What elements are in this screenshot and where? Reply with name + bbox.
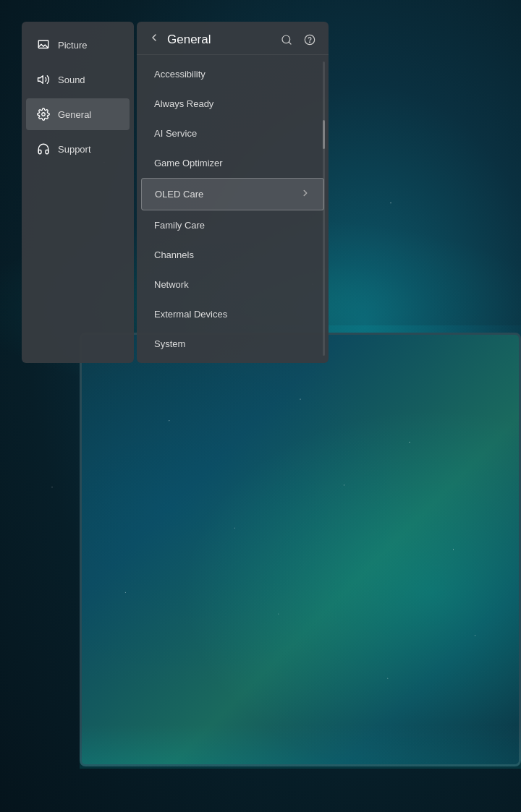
screen-stars: [82, 335, 519, 764]
menu-item-network[interactable]: Network: [141, 270, 324, 299]
sidebar-label-sound: Sound: [58, 74, 85, 85]
svg-marker-1: [38, 76, 43, 84]
menu-item-label-always-ready: Always Ready: [154, 98, 213, 109]
menu-item-label-accessibility: Accessibility: [154, 69, 206, 80]
sidebar-item-support[interactable]: Support: [26, 133, 130, 165]
menu-item-always-ready[interactable]: Always Ready: [141, 89, 324, 119]
sidebar-item-general[interactable]: General: [26, 98, 130, 130]
menu-item-label-ai-service: AI Service: [154, 128, 197, 139]
picture-icon: [36, 38, 51, 52]
menu-item-ai-service[interactable]: AI Service: [141, 119, 324, 148]
menu-item-label-oled-care: OLED Care: [155, 189, 203, 200]
menu-item-accessibility[interactable]: Accessibility: [141, 59, 324, 89]
scroll-thumb: [323, 120, 325, 149]
menu-item-system[interactable]: System: [141, 329, 324, 359]
menu-item-label-network: Network: [154, 279, 189, 290]
panel-header: General: [137, 22, 329, 55]
bottom-glow: [80, 725, 521, 769]
sidebar-label-picture: Picture: [58, 40, 87, 51]
menu-item-label-family-care: Family Care: [154, 220, 205, 231]
menu-item-channels[interactable]: Channels: [141, 240, 324, 270]
tv-area: [80, 333, 521, 812]
svg-line-4: [289, 42, 291, 44]
menu-item-arrow-oled-care: [300, 188, 310, 200]
menu-item-label-external-devices: Extermal Devices: [154, 309, 227, 320]
tv-screen: [80, 333, 521, 766]
menu-list: AccessibilityAlways ReadyAI ServiceGame …: [137, 55, 329, 363]
sidebar-label-support: Support: [58, 144, 91, 155]
menu-item-label-system: System: [154, 338, 185, 349]
back-button[interactable]: [148, 32, 160, 47]
menu-item-external-devices[interactable]: Extermal Devices: [141, 299, 324, 329]
sidebar-item-sound[interactable]: Sound: [26, 64, 130, 95]
menu-item-label-game-optimizer: Game Optimizer: [154, 158, 223, 168]
menu-item-family-care[interactable]: Family Care: [141, 210, 324, 240]
menu-item-oled-care[interactable]: OLED Care: [141, 178, 324, 210]
general-icon: [36, 107, 51, 121]
menu-container: Picture Sound General Support: [22, 22, 329, 363]
sidebar-label-general: General: [58, 109, 91, 120]
svg-point-2: [42, 113, 46, 116]
panel-header-icons: [279, 33, 317, 47]
sidebar: Picture Sound General Support: [22, 22, 134, 363]
scroll-indicator: [323, 61, 325, 356]
help-icon[interactable]: [302, 33, 317, 47]
menu-item-label-channels: Channels: [154, 249, 194, 260]
search-icon[interactable]: [279, 33, 294, 47]
menu-item-game-optimizer[interactable]: Game Optimizer: [141, 148, 324, 178]
svg-point-5: [305, 35, 314, 44]
general-panel: General AccessibilityAlways ReadyAI Serv…: [137, 22, 329, 363]
sidebar-item-picture[interactable]: Picture: [26, 29, 130, 61]
sound-icon: [36, 72, 51, 87]
support-icon: [36, 142, 51, 156]
panel-title: General: [167, 33, 211, 47]
panel-header-left: General: [148, 32, 211, 47]
